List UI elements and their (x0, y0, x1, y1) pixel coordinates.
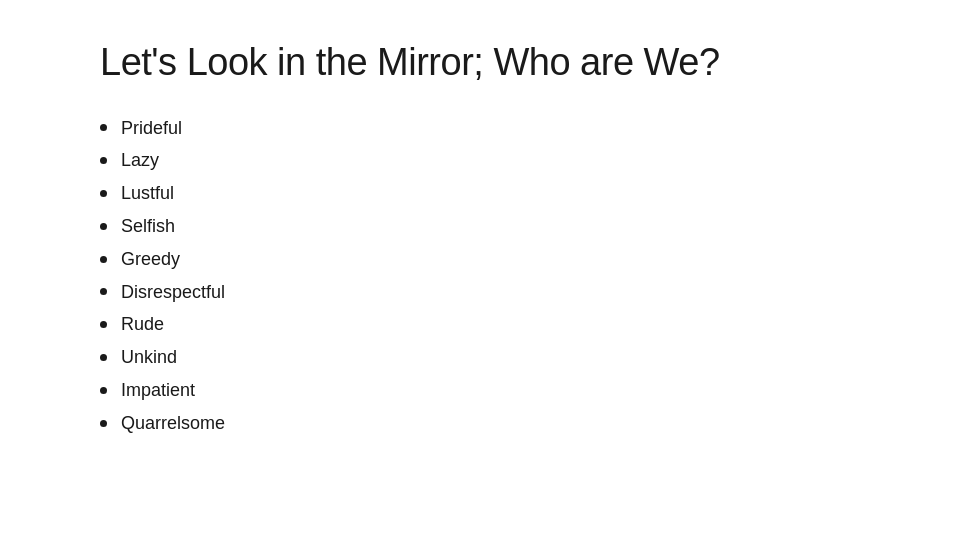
list-item-text: Lazy (121, 146, 159, 175)
bullet-dot-icon (100, 256, 107, 263)
list-item: Selfish (100, 212, 880, 241)
slide: Let's Look in the Mirror; Who are We? Pr… (0, 0, 960, 540)
list-item-text: Unkind (121, 343, 177, 372)
list-item: Prideful (100, 114, 880, 143)
list-item-text: Quarrelsome (121, 409, 225, 438)
list-item: Quarrelsome (100, 409, 880, 438)
list-item-text: Greedy (121, 245, 180, 274)
list-item-text: Disrespectful (121, 278, 225, 307)
list-item: Impatient (100, 376, 880, 405)
bullet-list: PridefulLazyLustfulSelfishGreedyDisrespe… (100, 114, 880, 438)
bullet-dot-icon (100, 387, 107, 394)
list-item-text: Impatient (121, 376, 195, 405)
bullet-dot-icon (100, 288, 107, 295)
bullet-dot-icon (100, 157, 107, 164)
bullet-dot-icon (100, 354, 107, 361)
bullet-dot-icon (100, 420, 107, 427)
slide-title: Let's Look in the Mirror; Who are We? (100, 40, 880, 86)
list-item: Lustful (100, 179, 880, 208)
list-item: Rude (100, 310, 880, 339)
list-item-text: Lustful (121, 179, 174, 208)
bullet-dot-icon (100, 124, 107, 131)
list-item-text: Selfish (121, 212, 175, 241)
bullet-dot-icon (100, 321, 107, 328)
list-item: Lazy (100, 146, 880, 175)
list-item-text: Prideful (121, 114, 182, 143)
list-item: Disrespectful (100, 278, 880, 307)
list-item-text: Rude (121, 310, 164, 339)
list-item: Greedy (100, 245, 880, 274)
bullet-dot-icon (100, 223, 107, 230)
list-item: Unkind (100, 343, 880, 372)
bullet-dot-icon (100, 190, 107, 197)
